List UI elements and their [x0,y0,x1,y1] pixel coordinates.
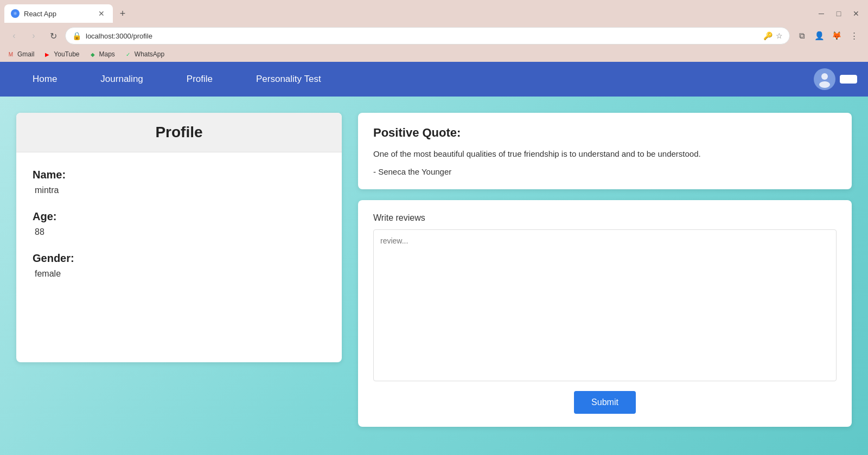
bookmark-gmail[interactable]: M Gmail [7,50,34,59]
nav-right [814,68,857,90]
maps-label: Maps [99,50,115,58]
youtube-icon: ▶ [43,50,52,59]
svg-point-1 [821,73,828,80]
gmail-label: Gmail [17,50,34,58]
whatsapp-icon: ✓ [124,50,132,59]
profile-card-header: Profile [16,113,342,152]
minimize-button[interactable]: ─ [814,6,829,21]
quote-text: One of the most beautiful qualities of t… [373,148,837,161]
gender-value: female [33,269,326,279]
gmail-icon: M [7,50,15,59]
firefox-icon[interactable]: 🦊 [829,28,844,43]
profile-card-title: Profile [27,124,331,141]
address-bar-icons: 🔑 ☆ [763,31,783,40]
name-value: mintra [33,185,326,195]
nav-link-personality-test[interactable]: Personality Test [234,62,343,97]
bookmarks-bar: M Gmail ▶ YouTube ◆ Maps ✓ WhatsApp [0,49,868,62]
key-icon: 🔑 [763,31,773,40]
reload-button[interactable]: ↻ [46,28,61,43]
new-tab-button[interactable]: + [115,6,130,21]
bookmark-whatsapp[interactable]: ✓ WhatsApp [124,50,164,59]
nav-link-journaling[interactable]: Journaling [79,62,164,97]
age-label: Age: [33,210,326,223]
bookmark-star-icon[interactable]: ☆ [776,31,783,40]
maximize-button[interactable]: □ [831,6,846,21]
tab-title: React App [24,10,92,18]
svg-point-2 [819,81,830,88]
bookmark-youtube[interactable]: ▶ YouTube [43,50,79,59]
profile-button[interactable]: 👤 [812,28,827,43]
logout-button[interactable] [840,75,857,84]
user-avatar[interactable] [814,68,835,90]
profile-gender-field: Gender: female [33,252,326,279]
back-button[interactable]: ‹ [7,28,22,43]
submit-button[interactable]: Submit [574,391,636,414]
app-nav: Home Journaling Profile Personality Test [0,62,868,97]
tab-favicon: ⚛ [11,9,20,18]
youtube-label: YouTube [54,50,79,58]
quote-card: Positive Quote: One of the most beautifu… [358,113,852,189]
browser-tab[interactable]: ⚛ React App ✕ [4,4,113,23]
nav-link-profile[interactable]: Profile [165,62,234,97]
url-text: localhost:3000/profile [86,32,759,40]
nav-links: Home Journaling Profile Personality Test [11,62,814,97]
menu-button[interactable]: ⋮ [846,28,861,43]
maps-icon: ◆ [88,50,97,59]
name-label: Name: [33,169,326,181]
age-value: 88 [33,227,326,237]
review-title: Write reviews [373,213,837,223]
address-bar[interactable]: 🔒 localhost:3000/profile 🔑 ☆ [65,27,790,44]
quote-author: - Seneca the Younger [373,167,837,176]
address-bar-row: ‹ › ↻ 🔒 localhost:3000/profile 🔑 ☆ ⧉ 👤 🦊… [0,24,868,49]
profile-name-field: Name: mintra [33,169,326,195]
extensions-button[interactable]: ⧉ [794,28,809,43]
window-controls: ─ □ ✕ [814,6,864,21]
tab-bar: ⚛ React App ✕ + ─ □ ✕ [0,0,868,24]
bookmark-maps[interactable]: ◆ Maps [88,50,115,59]
gender-label: Gender: [33,252,326,265]
main-content: Profile Name: mintra Age: 88 Gender: fem… [0,97,868,455]
nav-link-home[interactable]: Home [11,62,79,97]
forward-button[interactable]: › [26,28,41,43]
close-window-button[interactable]: ✕ [848,6,864,21]
profile-age-field: Age: 88 [33,210,326,237]
lock-icon: 🔒 [72,31,81,40]
profile-card: Profile Name: mintra Age: 88 Gender: fem… [16,113,342,362]
tab-close-button[interactable]: ✕ [97,9,106,18]
review-card: Write reviews Submit [358,200,852,427]
browser-actions: ⧉ 👤 🦊 ⋮ [794,28,861,43]
review-textarea[interactable] [373,229,837,381]
quote-title: Positive Quote: [373,126,837,140]
whatsapp-label: WhatsApp [135,50,164,58]
right-column: Positive Quote: One of the most beautifu… [358,113,852,427]
profile-card-body: Name: mintra Age: 88 Gender: female [16,152,342,310]
